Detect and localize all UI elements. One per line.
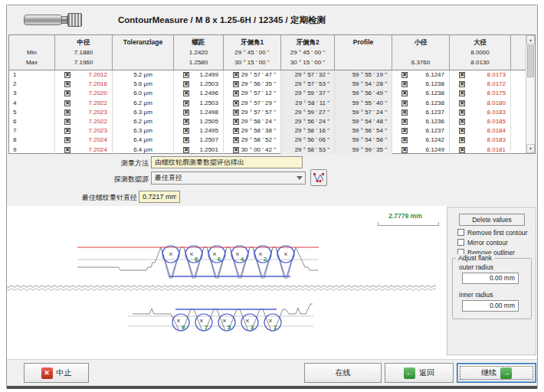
cell-fa1: ✕29 ° 58 ' 38 ": [224, 126, 281, 136]
row-checkbox[interactable]: ✕: [233, 119, 239, 125]
cell-fa1: ✕29 ° 57 ' 47 ": [224, 70, 281, 80]
cell-value: 6.1237: [408, 108, 449, 117]
row-checkbox[interactable]: ✕: [183, 109, 189, 116]
table-row[interactable]: 7✕7.20236.3 µm✕1.2495✕29 ° 58 ' 38 "29 °…: [9, 126, 527, 136]
row-checkbox[interactable]: ✕: [233, 81, 239, 87]
cell-value: 6.4 µm: [113, 145, 173, 155]
row-checkbox[interactable]: ✕: [64, 128, 70, 134]
back-button[interactable]: ← 返回: [385, 363, 454, 383]
row-checkbox[interactable]: ✕: [233, 72, 239, 78]
table-row[interactable]: 8✕7.20246.4 µm✕1.2507✕29 ° 58 ' 52 "29 °…: [9, 136, 527, 145]
dimension-label: 2.7779 mm: [371, 212, 440, 220]
row-number: 9: [9, 145, 55, 155]
title-bar: ContourMeasure / M 8 x 1.25-6H / 12345 /…: [7, 5, 537, 34]
table-row[interactable]: 2✕7.20165.6 µm✕1.2503✕29 ° 56 ' 35 "29 °…: [9, 80, 527, 89]
row-checkbox[interactable]: ✕: [401, 147, 408, 153]
cell-profile: 59 ° 56 ' 54 ": [335, 126, 392, 136]
row-checkbox[interactable]: ✕: [183, 72, 189, 78]
row-checkbox[interactable]: ✕: [401, 137, 408, 143]
method-input[interactable]: [151, 156, 303, 168]
cell-fa2: 29 ° 57 ' 53 ": [281, 80, 335, 89]
row-checkbox[interactable]: ✕: [64, 72, 70, 78]
table-row[interactable]: 3✕7.20206.0 µm✕1.2496✕29 ° 57 ' 12 "29 °…: [9, 89, 527, 98]
wire-diameter-input[interactable]: [139, 191, 180, 203]
cell-fa1: ✕29 ° 56 ' 35 ": [224, 80, 281, 89]
row-checkbox[interactable]: ✕: [64, 81, 70, 87]
mirror-contour-checkbox[interactable]: [457, 239, 464, 246]
cell-value: 59 ° 54 ' 28 ": [335, 80, 392, 89]
row-checkbox[interactable]: ✕: [401, 119, 408, 125]
table-row[interactable]: 5✕7.20236.3 µm✕1.2498✕29 ° 57 ' 57 "29 °…: [9, 108, 527, 117]
row-checkbox[interactable]: ✕: [183, 137, 189, 143]
row-checkbox[interactable]: ✕: [233, 147, 239, 153]
row-checkbox[interactable]: ✕: [64, 109, 70, 116]
abort-button[interactable]: ✕ 中止: [24, 363, 89, 383]
row-checkbox[interactable]: ✕: [459, 137, 465, 143]
row-checkbox[interactable]: ✕: [401, 90, 408, 96]
row-checkbox[interactable]: ✕: [183, 128, 189, 134]
row-checkbox[interactable]: ✕: [401, 81, 408, 87]
wire-cross-mark: ×: [283, 250, 287, 258]
table-row[interactable]: 9✕7.20246.4 µm✕1.2501✕30 ° 00 ' 42 "29 °…: [9, 145, 527, 155]
cell-value: 7.2023: [70, 126, 112, 136]
row-checkbox[interactable]: ✕: [401, 72, 408, 78]
abort-button-label: 中止: [57, 368, 72, 378]
next-button-label: 继续: [481, 368, 496, 378]
row-checkbox[interactable]: ✕: [64, 100, 70, 106]
row-checkbox[interactable]: ✕: [64, 147, 70, 153]
row-checkbox[interactable]: ✕: [459, 119, 465, 125]
mirror-contour-row: Mirror contour: [457, 238, 508, 247]
cell-pitch: ✕1.2507: [174, 136, 224, 145]
row-checkbox[interactable]: ✕: [233, 109, 239, 116]
row-checkbox[interactable]: ✕: [459, 109, 465, 116]
row-checkbox[interactable]: ✕: [401, 100, 408, 106]
delete-values-button[interactable]: Delete values: [459, 214, 525, 226]
cell-value: 1.2505: [189, 117, 223, 126]
cell-d: ✕8.0175: [450, 89, 511, 98]
probe-source-select[interactable]: 最佳直径: [151, 172, 306, 185]
row-checkbox[interactable]: ✕: [233, 90, 239, 96]
column-header-d2: 中径7.18807.1960: [55, 35, 113, 70]
row-checkbox[interactable]: ✕: [183, 147, 189, 153]
thread-gauge-icon: [24, 12, 84, 28]
table-row[interactable]: 6✕7.20226.2 µm✕1.2505✕29 ° 58 ' 24 "29 °…: [9, 117, 527, 126]
row-checkbox[interactable]: ✕: [459, 72, 465, 78]
row-checkbox[interactable]: ✕: [64, 137, 70, 143]
row-checkbox[interactable]: ✕: [459, 81, 465, 87]
remove-first-contour-checkbox[interactable]: [457, 229, 464, 236]
scrollbar-thumb[interactable]: [527, 45, 534, 77]
cell-tol: 6.4 µm: [113, 145, 174, 155]
measure-points-icon-button[interactable]: [310, 169, 327, 186]
scroll-down-button[interactable]: ▼: [526, 144, 535, 153]
outer-radius-input[interactable]: 0.00 mm: [462, 273, 519, 284]
cell-value: 1.2495: [189, 126, 223, 136]
row-checkbox[interactable]: ✕: [183, 90, 189, 96]
online-button[interactable]: 在线: [304, 363, 382, 383]
cell-value: 7.2024: [70, 136, 112, 145]
row-checkbox[interactable]: ✕: [401, 128, 408, 134]
scroll-up-button[interactable]: ▲: [526, 35, 535, 44]
next-button[interactable]: 继续 →: [457, 363, 536, 383]
inner-radius-input[interactable]: 0.00 mm: [462, 300, 519, 312]
table-row[interactable]: 1✕7.20125.2 µm✕1.2499✕29 ° 57 ' 47 "29 °…: [9, 70, 527, 80]
row-checkbox[interactable]: ✕: [401, 109, 408, 116]
cell-value: 8.0184: [465, 126, 510, 136]
row-checkbox[interactable]: ✕: [459, 128, 465, 134]
cell-value: 7.2022: [70, 117, 112, 126]
row-checkbox[interactable]: ✕: [183, 119, 189, 125]
row-checkbox[interactable]: ✕: [233, 128, 239, 134]
row-checkbox[interactable]: ✕: [459, 90, 465, 96]
table-row[interactable]: 4✕7.20226.2 µm✕1.2503✕29 ° 57 ' 29 "29 °…: [9, 99, 527, 108]
table-scrollbar[interactable]: ▲ ▼: [526, 35, 535, 153]
row-checkbox[interactable]: ✕: [183, 100, 189, 106]
measurement-table[interactable]: MinMax中径7.18807.1960Toleranzlage 螺距1.242…: [8, 34, 536, 154]
row-checkbox[interactable]: ✕: [183, 81, 189, 87]
row-checkbox[interactable]: ✕: [459, 147, 465, 153]
row-number: 6: [9, 117, 55, 126]
row-checkbox[interactable]: ✕: [233, 137, 239, 143]
cell-tol: 5.2 µm: [113, 70, 174, 80]
row-checkbox[interactable]: ✕: [233, 100, 239, 106]
row-checkbox[interactable]: ✕: [64, 119, 70, 125]
row-checkbox[interactable]: ✕: [64, 90, 70, 96]
row-checkbox[interactable]: ✕: [459, 100, 465, 106]
